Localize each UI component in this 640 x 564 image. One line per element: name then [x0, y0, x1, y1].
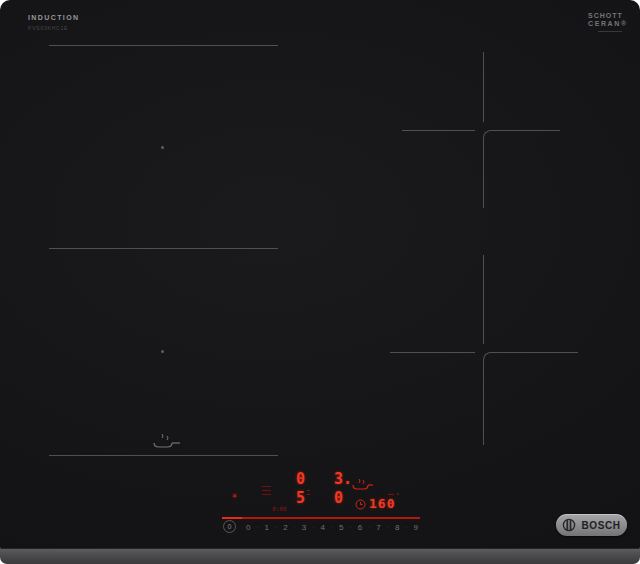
cross-front-horizontal-right — [491, 352, 578, 353]
fry-sensor-temperature: 160 — [369, 496, 395, 511]
timer-mini-display: 0:00 — [272, 505, 286, 512]
flex-zone-line-bottom — [49, 455, 278, 456]
slider-separator: · — [257, 524, 259, 530]
cross-front-vertical-top — [483, 255, 484, 344]
slider-level-3[interactable]: 3 — [302, 523, 306, 532]
slider-separator: · — [405, 524, 407, 530]
slider-level-9[interactable]: 9 — [413, 523, 417, 532]
cross-front-vertical-bottom — [483, 360, 484, 445]
bosch-badge: BOSCH — [556, 514, 627, 536]
slider-level-2[interactable]: 2 — [283, 523, 287, 532]
slider-levels[interactable]: 0·1·2·3·4·5·6·7·8·9 — [246, 521, 418, 533]
slider-level-6[interactable]: 6 — [358, 523, 362, 532]
slider-accent-line-active — [222, 517, 242, 519]
zone-center-dot-rear-left — [161, 146, 164, 149]
flex-zone-mark — [307, 494, 310, 495]
zone-center-dot-front-left — [161, 350, 164, 353]
timer-clock-icon — [355, 499, 366, 510]
temp-degree-dot — [397, 493, 399, 495]
ceran-line: CERAN® — [588, 20, 634, 28]
zone-level-front-right: 0 — [334, 489, 343, 507]
slider-level-7[interactable]: 7 — [376, 523, 380, 532]
fry-sensor-pan-icon — [350, 475, 374, 492]
slider-level-5[interactable]: 5 — [339, 523, 343, 532]
zone-level-front-left: 5 — [296, 489, 305, 507]
slider-off-key[interactable]: 0 — [223, 520, 236, 533]
menu-lines-icon — [262, 486, 271, 498]
flex-zone-mark — [307, 490, 310, 491]
ceramic-glass-surface — [0, 0, 640, 550]
slider-separator: · — [312, 524, 314, 530]
slider-off-key-label: 0 — [228, 523, 232, 530]
bosch-logo-icon — [562, 518, 576, 532]
slider-accent-line — [222, 517, 420, 519]
slider-separator: · — [331, 524, 333, 530]
induction-print: INDUCTION — [28, 14, 80, 21]
model-number-print: PVS63KHC1E — [28, 25, 68, 31]
fry-pan-print-icon — [150, 430, 184, 452]
power-indicator-icon: ✱ — [232, 491, 237, 500]
slider-separator: · — [294, 524, 296, 530]
slider-separator: · — [387, 524, 389, 530]
zone-level-rear-left: 0 — [296, 470, 305, 488]
flex-zone-line-top — [49, 45, 278, 46]
cross-rear-vertical-top — [483, 52, 484, 122]
slider-separator: · — [350, 524, 352, 530]
slider-level-8[interactable]: 8 — [395, 523, 399, 532]
cross-front-horizontal-left — [390, 352, 475, 353]
flex-zone-line-middle — [49, 248, 278, 249]
cross-rear-horizontal-left — [402, 130, 475, 131]
cross-rear-vertical-bottom — [483, 138, 484, 208]
schott-line: SCHOTT — [588, 12, 634, 20]
temp-degree-mark — [388, 494, 394, 495]
bosch-badge-label: BOSCH — [581, 520, 620, 531]
slider-separator: · — [368, 524, 370, 530]
slider-level-1[interactable]: 1 — [265, 523, 269, 532]
schott-subtext-line — [598, 31, 622, 32]
schott-ceran-print: SCHOTT CERAN® — [588, 12, 634, 28]
front-trim-strip — [0, 548, 640, 564]
slider-level-4[interactable]: 4 — [320, 523, 324, 532]
cross-rear-horizontal-right — [491, 130, 560, 131]
slider-level-0[interactable]: 0 — [246, 523, 250, 532]
cooktop: INDUCTION PVS63KHC1E SCHOTT CERAN® ✱ 0 3… — [0, 0, 640, 564]
slider-separator: · — [275, 524, 277, 530]
